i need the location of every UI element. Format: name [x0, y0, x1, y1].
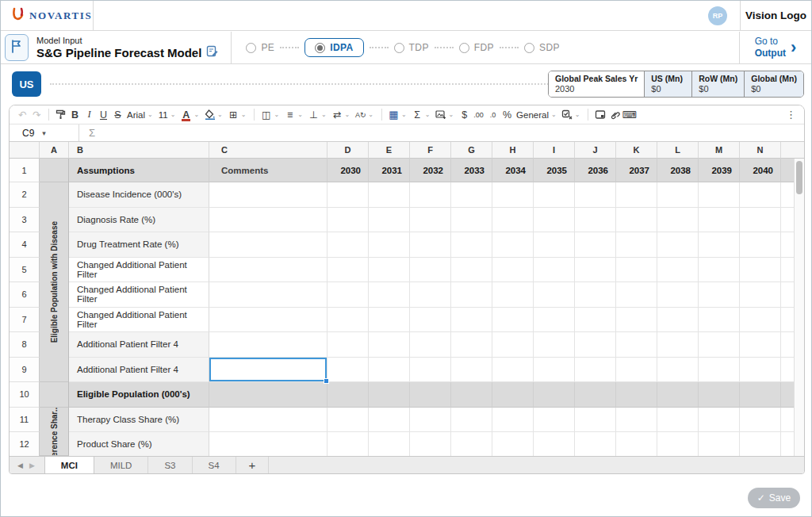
tabs-scroll-left-icon[interactable]: ◀ [17, 461, 23, 469]
value-cell[interactable] [534, 358, 575, 383]
chevron-down-icon[interactable]: ⌄ [368, 111, 373, 118]
value-cell[interactable] [575, 258, 616, 283]
value-cell[interactable] [575, 232, 616, 258]
value-cell[interactable] [369, 182, 410, 208]
comment-cell[interactable] [209, 382, 327, 408]
assumption-label-cell[interactable]: Therapy Class Share (%) [69, 408, 209, 433]
comment-cell[interactable] [209, 332, 327, 358]
name-box-dropdown-icon[interactable]: ▾ [42, 129, 46, 137]
keyboard-icon[interactable]: ⌨ [622, 107, 636, 123]
text-rotation-icon[interactable]: A↻ [354, 107, 367, 123]
value-cell[interactable] [657, 382, 699, 408]
comment-cell[interactable] [209, 308, 327, 333]
value-cell[interactable] [699, 258, 740, 283]
value-cell[interactable] [369, 232, 410, 258]
value-cell[interactable] [327, 182, 369, 208]
stage-fdp[interactable]: FDP [459, 42, 494, 53]
value-cell[interactable] [616, 232, 657, 258]
name-box[interactable]: C9 ▾ [10, 124, 79, 141]
value-cell[interactable] [369, 258, 410, 283]
year-header-2038[interactable]: 2038 [657, 159, 699, 182]
value-cell[interactable] [492, 432, 534, 456]
decrease-decimal-icon[interactable]: .0 [486, 107, 500, 123]
value-cell[interactable] [410, 432, 451, 456]
value-cell[interactable] [657, 432, 699, 456]
value-cell[interactable] [699, 282, 740, 308]
value-cell[interactable] [740, 408, 781, 433]
underline-icon[interactable]: U [97, 107, 110, 123]
value-cell[interactable] [410, 232, 451, 258]
column-header-e[interactable]: E [369, 142, 410, 159]
chevron-down-icon[interactable]: ⌄ [147, 111, 153, 118]
edit-model-icon[interactable] [206, 45, 218, 59]
value-cell[interactable] [327, 432, 369, 456]
year-header-2034[interactable]: 2034 [492, 159, 534, 182]
save-button[interactable]: ✓ Save [748, 488, 800, 508]
value-cell[interactable] [410, 208, 451, 233]
comment-cell[interactable] [209, 182, 327, 208]
value-cell[interactable] [657, 332, 699, 358]
scrollbar-thumb[interactable] [796, 161, 802, 194]
value-cell[interactable] [740, 282, 781, 308]
year-header-2036[interactable]: 2036 [575, 159, 616, 182]
row-number-7[interactable]: 7 [10, 308, 40, 333]
value-cell[interactable] [575, 182, 616, 208]
row-number-11[interactable]: 11 [10, 408, 40, 433]
percent-format-icon[interactable]: % [500, 107, 514, 123]
column-header-a[interactable]: A [40, 142, 69, 159]
value-cell[interactable] [451, 332, 492, 358]
comment-cell[interactable] [209, 432, 327, 456]
row-number-10[interactable]: 10 [10, 382, 40, 408]
column-header-k[interactable]: K [616, 142, 657, 159]
chevron-down-icon[interactable]: ⌄ [217, 111, 223, 118]
value-cell[interactable] [492, 258, 534, 283]
value-cell[interactable] [410, 282, 451, 308]
borders-icon[interactable]: ⊞ [227, 107, 240, 123]
value-cell[interactable] [327, 232, 369, 258]
avatar[interactable]: RP [708, 6, 727, 25]
font-size-select[interactable]: 11 [157, 110, 170, 120]
stage-pe[interactable]: PE [246, 42, 274, 53]
assumption-label-cell[interactable]: Changed Additional Patient Filter [69, 282, 209, 308]
comment-cell[interactable] [209, 232, 327, 258]
value-cell[interactable] [410, 308, 451, 333]
value-cell[interactable] [327, 258, 369, 283]
value-cell[interactable] [534, 258, 575, 283]
italic-icon[interactable]: I [82, 107, 96, 123]
value-cell[interactable] [534, 382, 575, 408]
goto-output-link[interactable]: Go to Output › [740, 36, 811, 59]
value-cell[interactable] [369, 308, 410, 333]
value-cell[interactable] [740, 332, 781, 358]
year-header-2032[interactable]: 2032 [410, 159, 451, 182]
column-header-n[interactable]: N [740, 142, 781, 159]
more-options-icon[interactable]: ⋮ [784, 107, 798, 123]
value-cell[interactable] [657, 282, 699, 308]
value-cell[interactable] [740, 258, 781, 283]
value-cell[interactable] [699, 232, 740, 258]
value-cell[interactable] [657, 358, 699, 383]
chevron-down-icon[interactable]: ⌄ [241, 111, 247, 118]
value-cell[interactable] [657, 232, 699, 258]
assumption-label-cell[interactable]: Product Share (%) [69, 432, 209, 456]
sheet-tab-mci[interactable]: MCI [44, 457, 94, 473]
comments-header-cell[interactable]: Comments [209, 159, 327, 182]
functions-icon[interactable]: Σ [411, 107, 424, 123]
comment-cell[interactable] [209, 258, 327, 283]
value-cell[interactable] [451, 408, 492, 433]
value-cell[interactable] [451, 432, 492, 456]
number-format-select[interactable]: General [515, 110, 550, 120]
value-cell[interactable] [492, 232, 534, 258]
value-cell[interactable] [534, 232, 575, 258]
chevron-down-icon[interactable]: ⌄ [401, 111, 407, 118]
value-cell[interactable] [575, 408, 616, 433]
value-cell[interactable] [575, 332, 616, 358]
value-cell[interactable] [534, 308, 575, 333]
row-number-12[interactable]: 12 [10, 432, 40, 456]
value-cell[interactable] [410, 358, 451, 383]
value-cell[interactable] [616, 358, 657, 383]
value-cell[interactable] [575, 382, 616, 408]
value-cell[interactable] [451, 308, 492, 333]
value-cell[interactable] [369, 358, 410, 383]
value-cell[interactable] [616, 182, 657, 208]
stage-sdp[interactable]: SDP [524, 42, 560, 53]
